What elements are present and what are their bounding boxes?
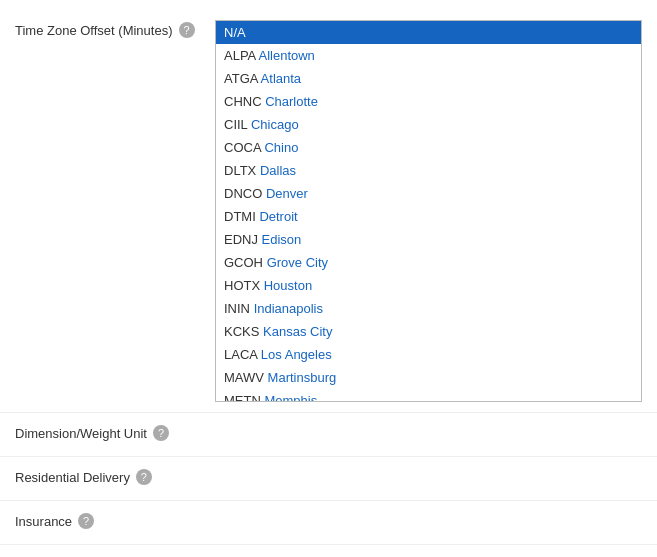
fedex-one-row: Fedex One ? (0, 545, 657, 557)
insurance-row: Insurance ? (0, 501, 657, 545)
dropdown-item-mawv[interactable]: MAWV Martinsburg (216, 366, 641, 389)
dropdown-item-hotx[interactable]: HOTX Houston (216, 274, 641, 297)
insurance-label-text: Insurance (15, 514, 72, 529)
insurance-help-icon[interactable]: ? (78, 513, 94, 529)
timezone-dropdown-list[interactable]: N/A ALPA Allentown ATGA Atlanta CHNC Cha… (216, 21, 641, 401)
dropdown-item-gcoh[interactable]: GCOH Grove City (216, 251, 641, 274)
dropdown-item-coca[interactable]: COCA Chino (216, 136, 641, 159)
dropdown-item-chnc[interactable]: CHNC Charlotte (216, 90, 641, 113)
dimension-weight-help-icon[interactable]: ? (153, 425, 169, 441)
dropdown-item-kcks[interactable]: KCKS Kansas City (216, 320, 641, 343)
residential-delivery-row: Residential Delivery ? (0, 457, 657, 501)
dropdown-item-metn[interactable]: METN Memphis (216, 389, 641, 401)
dropdown-item-laca[interactable]: LACA Los Angeles (216, 343, 641, 366)
residential-delivery-help-icon[interactable]: ? (136, 469, 152, 485)
dropdown-item-na[interactable]: N/A (216, 21, 641, 44)
dropdown-item-ciil[interactable]: CIIL Chicago (216, 113, 641, 136)
dropdown-item-alpa[interactable]: ALPA Allentown (216, 44, 641, 67)
timezone-dropdown[interactable]: N/A ALPA Allentown ATGA Atlanta CHNC Cha… (215, 20, 642, 402)
timezone-help-icon[interactable]: ? (179, 22, 195, 38)
timezone-row: Time Zone Offset (Minutes) ? N/A ALPA Al… (0, 10, 657, 413)
residential-delivery-label: Residential Delivery ? (15, 467, 215, 485)
dimension-weight-label-text: Dimension/Weight Unit (15, 426, 147, 441)
dropdown-item-dtmi[interactable]: DTMI Detroit (216, 205, 641, 228)
dropdown-item-inin[interactable]: ININ Indianapolis (216, 297, 641, 320)
timezone-label: Time Zone Offset (Minutes) ? (15, 20, 215, 38)
insurance-label: Insurance ? (15, 511, 215, 529)
dropdown-item-atga[interactable]: ATGA Atlanta (216, 67, 641, 90)
timezone-control: N/A ALPA Allentown ATGA Atlanta CHNC Cha… (215, 20, 642, 402)
dimension-weight-label: Dimension/Weight Unit ? (15, 423, 215, 441)
timezone-label-text: Time Zone Offset (Minutes) (15, 23, 173, 38)
dropdown-item-ednj[interactable]: EDNJ Edison (216, 228, 641, 251)
dropdown-item-dltx[interactable]: DLTX Dallas (216, 159, 641, 182)
dropdown-item-dnco[interactable]: DNCO Denver (216, 182, 641, 205)
residential-delivery-label-text: Residential Delivery (15, 470, 130, 485)
dimension-weight-row: Dimension/Weight Unit ? (0, 413, 657, 457)
form-container: Time Zone Offset (Minutes) ? N/A ALPA Al… (0, 0, 657, 557)
